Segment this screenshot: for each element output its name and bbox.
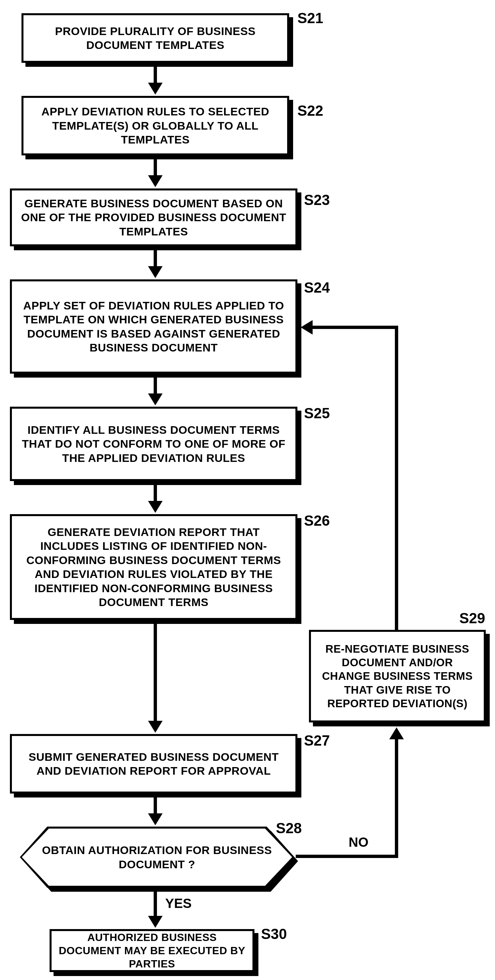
flowchart-canvas: PROVIDE PLURALITY OF BUSINESS DOCUMENT T… <box>0 0 495 980</box>
arrowhead-s28-no <box>389 727 404 739</box>
edge-no-label: NO <box>349 835 368 850</box>
step-s25-label: S25 <box>304 405 330 422</box>
arrow-s22-s23 <box>154 159 157 177</box>
step-s27-text: SUBMIT GENERATED BUSINESS DOCUMENT AND D… <box>12 746 295 781</box>
arrowhead-s25-s26 <box>148 501 163 513</box>
step-s30: AUTHORIZED BUSINESS DOCUMENT MAY BE EXEC… <box>49 929 254 972</box>
step-s29-label: S29 <box>459 610 485 627</box>
step-s22-label: S22 <box>297 102 323 119</box>
arrow-s25-s26 <box>154 484 157 503</box>
step-s23-label: S23 <box>304 192 330 208</box>
arrow-s29-loop-v <box>395 326 398 630</box>
step-s30-label: S30 <box>261 926 287 942</box>
step-s28-label: S28 <box>276 820 302 837</box>
step-s23-text: GENERATE BUSINESS DOCUMENT BASED ON ONE … <box>12 193 295 242</box>
step-s21-text: PROVIDE PLURALITY OF BUSINESS DOCUMENT T… <box>24 21 287 56</box>
arrowhead-s22-s23 <box>148 175 163 187</box>
arrowhead-s27-s28 <box>148 813 163 825</box>
step-s24-label: S24 <box>304 279 330 296</box>
arrow-s28-no-v <box>395 737 398 858</box>
arrowhead-s21-s22 <box>148 83 163 95</box>
arrow-s28-no-h <box>296 855 398 858</box>
step-s29-text: RE-NEGOTIATE BUSINESS DOCUMENT AND/OR CH… <box>311 639 484 714</box>
step-s23: GENERATE BUSINESS DOCUMENT BASED ON ONE … <box>10 188 297 246</box>
step-s29: RE-NEGOTIATE BUSINESS DOCUMENT AND/OR CH… <box>309 630 486 722</box>
step-s28-text: OBTAIN AUTHORIZATION FOR BUSINESS DOCUME… <box>22 840 292 875</box>
arrow-s29-loop-h <box>311 326 398 329</box>
step-s24: APPLY SET OF DEVIATION RULES APPLIED TO … <box>10 279 297 374</box>
step-s27-label: S27 <box>304 732 330 749</box>
step-s26-text: GENERATE DEVIATION REPORT THAT INCLUDES … <box>12 522 295 612</box>
arrowhead-s24-s25 <box>148 393 163 406</box>
arrowhead-s23-s24 <box>148 266 163 278</box>
step-s28: OBTAIN AUTHORIZATION FOR BUSINESS DOCUME… <box>20 827 294 888</box>
arrowhead-s28-yes <box>148 916 163 928</box>
arrow-s26-s27 <box>154 623 157 722</box>
arrow-s28-yes <box>154 891 157 918</box>
arrow-s27-s28 <box>154 797 157 815</box>
step-s25-text: IDENTIFY ALL BUSINESS DOCUMENT TERMS THA… <box>12 420 295 469</box>
arrow-s23-s24 <box>154 250 157 268</box>
step-s21: PROVIDE PLURALITY OF BUSINESS DOCUMENT T… <box>21 13 289 63</box>
step-s25: IDENTIFY ALL BUSINESS DOCUMENT TERMS THA… <box>10 407 297 481</box>
step-s22: APPLY DEVIATION RULES TO SELECTED TEMPLA… <box>21 96 289 155</box>
step-s22-text: APPLY DEVIATION RULES TO SELECTED TEMPLA… <box>24 101 287 150</box>
edge-yes-label: YES <box>165 896 192 911</box>
step-s24-text: APPLY SET OF DEVIATION RULES APPLIED TO … <box>12 295 295 358</box>
arrowhead-s29-loop <box>301 320 313 335</box>
step-s26-label: S26 <box>304 512 330 529</box>
arrow-s24-s25 <box>154 377 157 395</box>
step-s26: GENERATE DEVIATION REPORT THAT INCLUDES … <box>10 514 297 620</box>
step-s21-label: S21 <box>297 10 323 27</box>
arrowhead-s26-s27 <box>148 721 163 733</box>
step-s30-text: AUTHORIZED BUSINESS DOCUMENT MAY BE EXEC… <box>52 928 252 974</box>
step-s27: SUBMIT GENERATED BUSINESS DOCUMENT AND D… <box>10 734 297 794</box>
arrow-s21-s22 <box>154 66 157 84</box>
